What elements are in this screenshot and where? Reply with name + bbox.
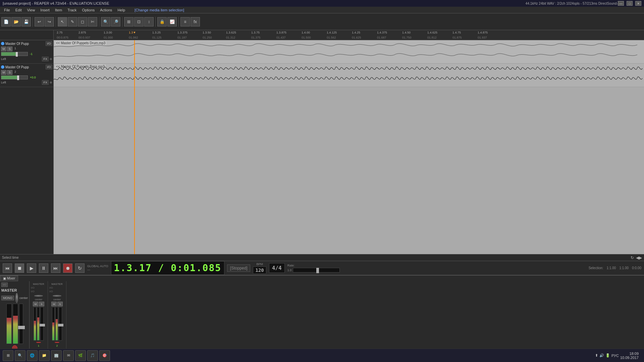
taskbar-search[interactable]: 🔍 [15, 350, 25, 361]
toolbar-btn-mixer[interactable]: ≡ [180, 17, 190, 26]
taskbar-clock[interactable]: 18:09 10.09.2017 [620, 352, 639, 360]
transport-loop[interactable]: ↻ [75, 263, 85, 273]
toolbar-btn-envelope[interactable]: 📈 [167, 17, 177, 26]
track-mute-2[interactable]: M [1, 70, 6, 75]
menu-item[interactable]: Item [52, 7, 65, 13]
rate-slider[interactable] [293, 268, 340, 273]
toolbar-btn-lock[interactable]: 🔒 [157, 17, 167, 26]
ch2-fader[interactable] [59, 307, 62, 341]
toolbar-btn-pencil[interactable]: ✎ [68, 17, 77, 26]
taskbar-start[interactable]: ⊞ [3, 350, 13, 361]
taskbar-ie[interactable]: 🌐 [27, 350, 38, 361]
bpm-value[interactable]: 120 [253, 266, 266, 274]
transport-record[interactable]: ⏺ [63, 263, 72, 273]
toolbar-btn-redo[interactable]: ↪ [45, 17, 54, 26]
track-volume-1[interactable] [1, 52, 28, 56]
track-fx-2[interactable]: FX [42, 80, 49, 85]
master-io-btn[interactable]: I/O [1, 283, 8, 287]
transport-stop[interactable]: ⏹ [15, 263, 24, 273]
toolbar-btn-cut[interactable]: ✄ [88, 17, 97, 26]
ch2-fader-thumb[interactable] [58, 324, 63, 326]
menu-edit[interactable]: Edit [13, 7, 24, 13]
toolbar-btn-open[interactable]: 📂 [11, 17, 21, 26]
track-solo-1[interactable]: S [7, 47, 12, 51]
toolbar-btn-new[interactable]: 📄 [1, 17, 11, 26]
timeline-ruler[interactable]: 2.75 00:0.875 2.875 00:0.937 1.3.00 01.0… [54, 30, 644, 40]
taskbar-browser2[interactable]: 🌿 [75, 350, 86, 361]
track-mute-1[interactable]: M [1, 47, 6, 51]
wave-row-2[interactable]: << Master Of Puppets Bass.mp3 [54, 64, 644, 87]
ch2-mute[interactable]: M [51, 302, 57, 306]
transport-play[interactable]: ▶ [27, 263, 36, 273]
ch1-master-btn[interactable]: MASTER [31, 283, 46, 286]
master-fader-thumb[interactable] [18, 326, 25, 329]
taskbar-volume-icon[interactable]: 🔊 [599, 353, 604, 358]
taskbar-music[interactable]: 🎵 [87, 350, 98, 361]
taskbar-notification-icon[interactable]: ⬆ [595, 353, 598, 358]
track-waveforms[interactable]: << Master Of Puppets Drum.mp3 [54, 40, 644, 254]
ch1-rec-btn[interactable] [36, 342, 41, 343]
toolbar-btn-save[interactable]: 💾 [21, 17, 31, 26]
ch1-mute[interactable]: M [33, 302, 38, 306]
master-pan-knob[interactable] [15, 293, 18, 303]
toolbar-group-1: 📄 📂 💾 [1, 17, 31, 26]
ch1-solo[interactable]: S [39, 302, 44, 306]
audio-icon[interactable]: ◀▶ [636, 255, 642, 260]
track-fx-1[interactable]: FX [42, 57, 49, 61]
ch2-pan-knob[interactable] [53, 295, 61, 297]
ch2-master-btn[interactable]: MASTER [49, 283, 65, 286]
toolbar-btn-zoom-in[interactable]: 🔍 [101, 17, 110, 26]
maximize-button[interactable]: □ [627, 1, 633, 6]
taskbar-language[interactable]: РУС [611, 354, 619, 358]
loop-icon[interactable]: ↻ [631, 255, 634, 260]
menu-options[interactable]: Options [79, 7, 97, 13]
ch2-solo[interactable]: S [57, 302, 63, 306]
master-mono-btn[interactable]: MONO [1, 296, 14, 300]
rate-knob[interactable] [316, 268, 319, 273]
empty-track-area[interactable] [54, 87, 644, 254]
timeline-header: 2.75 00:0.875 2.875 00:0.937 1.3.00 01.0… [0, 30, 644, 40]
master-pan-label: center [19, 296, 28, 300]
ch1-pan-knob[interactable] [34, 295, 43, 297]
global-auto-label: GLOBAL AUTO [87, 264, 108, 268]
ch1-fader[interactable] [40, 307, 44, 341]
master-rec-btn[interactable] [12, 345, 17, 349]
minimize-button[interactable]: — [618, 1, 624, 6]
track-color-2 [1, 65, 4, 69]
taskbar-office[interactable]: 🏢 [51, 350, 62, 361]
taskbar-explorer[interactable]: 📁 [39, 350, 50, 361]
track-volume-2[interactable] [1, 75, 28, 79]
change-media-selection[interactable]: [Change media item selection] [135, 8, 184, 12]
toolbar-btn-cursor[interactable]: ↖ [58, 17, 67, 26]
toolbar-btn-eraser[interactable]: ◻ [78, 17, 87, 26]
toolbar-btn-snap[interactable]: ⊞ [124, 17, 133, 26]
menu-insert[interactable]: Insert [38, 7, 52, 13]
track-solo-2[interactable]: S [7, 70, 12, 75]
menu-track[interactable]: Track [65, 7, 79, 13]
ch2-rec-btn[interactable] [55, 342, 59, 343]
transport-pause[interactable]: ⏸ [39, 263, 48, 273]
menu-view[interactable]: View [24, 7, 38, 13]
toolbar-btn-grid[interactable]: ⊡ [134, 17, 144, 26]
toolbar-btn-loop[interactable]: ↕ [144, 17, 154, 26]
wave-row-1[interactable]: << Master Of Puppets Drum.mp3 [54, 40, 644, 64]
mixer-tab[interactable]: ▣ Mixer [0, 276, 18, 281]
taskbar-app[interactable]: 🎯 [99, 350, 110, 361]
channel-strip-2: MASTER I/O I/O Master Of Pup center M S [48, 281, 66, 349]
track-io-2[interactable]: I/O [46, 65, 52, 69]
close-button[interactable]: ✕ [635, 1, 641, 6]
menu-help[interactable]: Help [115, 7, 128, 13]
time-signature[interactable]: 4/4 [269, 263, 285, 273]
taskbar-mail[interactable]: ✉ [63, 350, 74, 361]
transport-fforward[interactable]: ⏭ [51, 263, 60, 273]
toolbar-btn-fx[interactable]: fx [191, 17, 200, 26]
toolbar-btn-undo[interactable]: ↩ [35, 17, 44, 26]
transport-rewind[interactable]: ⏮ [3, 263, 12, 273]
ch1-fader-thumb[interactable] [40, 324, 45, 326]
menu-file[interactable]: File [1, 7, 13, 13]
master-fader[interactable] [19, 304, 23, 344]
menu-actions[interactable]: Actions [97, 7, 115, 13]
taskbar-network-icon[interactable]: 🔋 [605, 353, 610, 358]
track-io-1[interactable]: I/O [46, 41, 52, 46]
toolbar-btn-zoom-out[interactable]: 🔎 [111, 17, 120, 26]
